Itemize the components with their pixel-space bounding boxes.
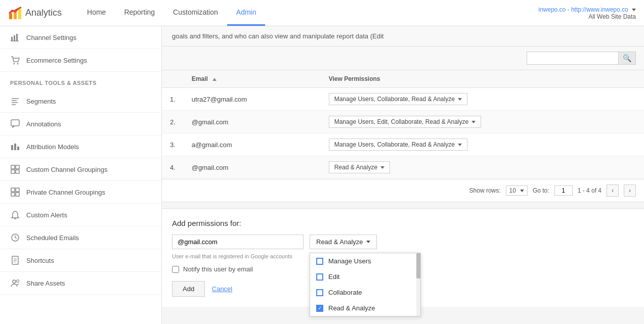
perm-label-edit: Edit — [328, 273, 339, 281]
svg-rect-5 — [14, 35, 15, 41]
banner-text: goals and filters, and who can also view… — [172, 32, 383, 40]
perm-dropdown-arrow-1 — [458, 98, 462, 101]
chart-icon — [10, 32, 20, 42]
row-email-3: a@gmail.com — [184, 133, 321, 156]
svg-rect-19 — [16, 165, 19, 169]
top-nav: Analytics Home Reporting Customization A… — [0, 0, 644, 26]
account-link[interactable]: inwepo.co - http://www.inwepo.co — [538, 6, 628, 13]
bar-icon — [10, 142, 20, 152]
comment-icon — [10, 119, 20, 129]
sidebar-item-annotations[interactable]: Annotations — [0, 113, 161, 135]
perm-dropdown-4[interactable]: Read & Analyze — [329, 161, 390, 173]
svg-rect-4 — [11, 37, 13, 41]
row-num-3: 3. — [162, 133, 184, 156]
prev-page-button[interactable]: ‹ — [607, 184, 619, 197]
sidebar-item-custom-channel-groupings[interactable]: Custom Channel Groupings — [0, 158, 161, 181]
row-email-2: @gmail.com — [184, 111, 321, 133]
show-rows-label: Show rows: — [469, 187, 501, 194]
account-dropdown-arrow[interactable] — [632, 9, 636, 11]
row-email-1: utra27@gmail.com — [184, 88, 321, 111]
sidebar-item-share-assets[interactable]: Share Assets — [0, 272, 161, 295]
svg-line-29 — [15, 238, 17, 239]
add-button[interactable]: Add — [172, 281, 205, 297]
svg-rect-16 — [14, 144, 16, 150]
sidebar-label-ecommerce-settings: Ecommerce Settings — [26, 57, 87, 64]
svg-rect-14 — [11, 120, 19, 126]
permission-select-arrow — [366, 241, 370, 243]
users-table: Email View Permissions 1. utra27@gmail.c… — [162, 70, 644, 179]
table-row: 4. @gmail.com Read & Analyze — [162, 156, 644, 179]
perm-dropdown-2[interactable]: Manage Users, Edit, Collaborate, Read & … — [329, 116, 481, 128]
perm-dropdown-1[interactable]: Manage Users, Collaborate, Read & Analyz… — [329, 93, 467, 105]
perm-option-manage-users[interactable]: Manage Users — [310, 253, 420, 269]
svg-rect-20 — [11, 170, 15, 173]
sidebar-item-custom-alerts[interactable]: Custom Alerts — [0, 204, 161, 226]
nav-home[interactable]: Home — [78, 0, 115, 26]
nav-reporting[interactable]: Reporting — [115, 0, 164, 26]
row-perm-2: Manage Users, Edit, Collaborate, Read & … — [321, 111, 644, 133]
cancel-button[interactable]: Cancel — [212, 282, 232, 296]
col-email-header[interactable]: Email — [184, 70, 321, 88]
search-button[interactable]: 🔍 — [618, 52, 635, 64]
perm-checkbox-collaborate — [316, 289, 323, 296]
col-num — [162, 70, 184, 88]
goto-input[interactable] — [554, 186, 573, 196]
search-input[interactable] — [527, 53, 618, 64]
sidebar-item-channel-settings[interactable]: Channel Settings — [0, 26, 161, 49]
perm-option-read-analyze[interactable]: Read & Analyze — [310, 300, 420, 316]
svg-rect-17 — [17, 147, 19, 150]
clock-icon — [10, 233, 20, 243]
perm-option-collaborate[interactable]: Collaborate — [310, 285, 420, 300]
add-email-input[interactable] — [172, 235, 304, 249]
sidebar-label-scheduled-emails: Scheduled Emails — [26, 234, 79, 242]
notify-checkbox[interactable] — [172, 266, 179, 273]
sort-arrow — [212, 78, 217, 81]
perm-checkbox-read-analyze — [316, 305, 323, 312]
popup-scrollbar-thumb — [416, 253, 420, 279]
sidebar-item-scheduled-emails[interactable]: Scheduled Emails — [0, 226, 161, 249]
sidebar-item-attribution-models[interactable]: Attribution Models — [0, 135, 161, 158]
perm-option-edit[interactable]: Edit — [310, 269, 420, 285]
permission-select-label: Read & Analyze — [316, 238, 363, 246]
nav-customization[interactable]: Customization — [164, 0, 227, 26]
perm-dropdown-3[interactable]: Manage Users, Collaborate, Read & Analyz… — [329, 138, 467, 151]
sidebar-item-private-channel-groupings[interactable]: Private Channel Groupings — [0, 181, 161, 204]
sidebar-label-shortcuts: Shortcuts — [26, 257, 54, 264]
sidebar: Channel Settings Ecommerce Settings PERS… — [0, 26, 162, 324]
pagination: Show rows: 10 Go to: 1 - 4 of 4 ‹ › — [162, 179, 644, 202]
table-row: 2. @gmail.com Manage Users, Edit, Collab… — [162, 111, 644, 133]
table-row: 1. utra27@gmail.com Manage Users, Collab… — [162, 88, 644, 111]
svg-point-35 — [17, 280, 19, 283]
rows-select[interactable]: 10 — [506, 186, 528, 196]
perm-label-collaborate: Collaborate — [328, 289, 362, 296]
permission-select-button[interactable]: Read & Analyze — [310, 235, 377, 249]
popup-scrollbar — [416, 253, 420, 316]
next-page-button[interactable]: › — [624, 184, 636, 197]
svg-rect-18 — [11, 165, 15, 169]
row-num-1: 1. — [162, 88, 184, 111]
people-icon — [10, 278, 20, 288]
perm-dropdown-arrow-4 — [380, 166, 384, 169]
svg-rect-25 — [16, 193, 19, 196]
sidebar-item-segments[interactable]: Segments — [0, 90, 161, 113]
personal-tools-title: PERSONAL TOOLS & ASSETS — [0, 72, 161, 90]
permission-select-wrapper: Read & Analyze Manage Users Edit — [310, 235, 377, 249]
page-info: 1 - 4 of 4 — [578, 187, 602, 194]
nav-admin[interactable]: Admin — [227, 0, 266, 26]
perm-label-manage-users: Manage Users — [328, 257, 371, 265]
svg-rect-24 — [11, 193, 15, 196]
form-row: Read & Analyze Manage Users Edit — [172, 235, 634, 249]
row-perm-4: Read & Analyze — [321, 156, 644, 179]
doc-icon — [10, 255, 20, 265]
svg-point-8 — [14, 63, 15, 65]
sidebar-item-ecommerce-settings[interactable]: Ecommerce Settings — [0, 49, 161, 72]
sidebar-item-shortcuts[interactable]: Shortcuts — [0, 249, 161, 272]
goto-label: Go to: — [533, 187, 549, 194]
row-email-4: @gmail.com — [184, 156, 321, 179]
top-banner: goals and filters, and who can also view… — [162, 26, 644, 47]
sidebar-label-custom-channel-groupings: Custom Channel Groupings — [26, 166, 107, 173]
row-perm-3: Manage Users, Collaborate, Read & Analyz… — [321, 133, 644, 156]
perm-checkbox-edit — [316, 273, 323, 281]
svg-rect-0 — [9, 13, 12, 19]
svg-rect-15 — [11, 145, 13, 150]
